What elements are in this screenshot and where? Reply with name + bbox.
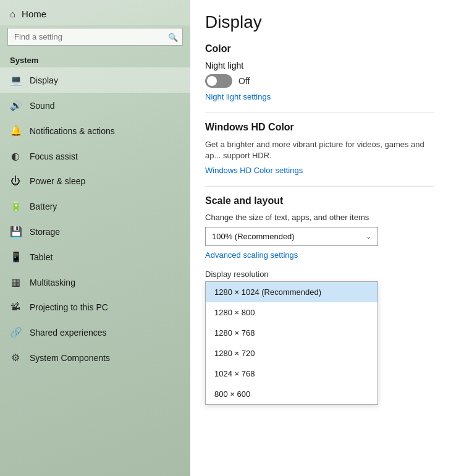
resolution-option-3[interactable]: 1280 × 720 [206,343,377,363]
sidebar-item-label: Focus assist [30,151,78,161]
tablet-icon: 📱 [10,251,21,263]
advanced-scaling-link[interactable]: Advanced scaling settings [205,250,298,260]
hd-color-heading: Windows HD Color [205,122,434,133]
notifications-icon: 🔔 [10,125,21,137]
sidebar-item-sound[interactable]: 🔊 Sound [0,93,190,118]
resolution-label: Display resolution [205,270,434,279]
sidebar-item-focus[interactable]: ◐ Focus assist [0,143,190,169]
resolution-option-5[interactable]: 800 × 600 [206,384,377,404]
sidebar-item-label: Sound [30,101,54,111]
focus-icon: ◐ [10,150,21,162]
sidebar-item-components[interactable]: ⚙ System Components [0,345,190,370]
sidebar-item-label: Battery [30,202,57,211]
sidebar-item-display[interactable]: 💻 Display [0,67,190,93]
color-heading: Color [205,43,434,54]
sidebar-item-label: Power & sleep [30,176,85,186]
multitasking-icon: ▦ [10,276,21,288]
sidebar-item-label: Display [30,75,58,85]
sidebar-item-battery[interactable]: 🔋 Battery [0,193,190,219]
scale-heading: Scale and layout [205,195,434,206]
power-icon: ⏻ [10,176,21,187]
projecting-icon: 📽 [10,302,21,313]
resolution-option-0[interactable]: 1280 × 1024 (Recommended) [206,282,377,302]
sidebar-item-multitasking[interactable]: ▦ Multitasking [0,270,190,295]
resolution-option-2[interactable]: 1280 × 768 [206,323,377,343]
resolution-section: Display resolution 1280 × 1024 (Recommen… [205,270,434,405]
sidebar: ⌂ Home 🔍 System 💻 Display 🔊 Sound 🔔 Noti… [0,0,190,476]
sidebar-item-power[interactable]: ⏻ Power & sleep [0,169,190,193]
change-size-label: Change the size of text, apps, and other… [205,213,434,222]
search-input[interactable] [7,28,183,46]
resolution-option-1[interactable]: 1280 × 800 [206,302,377,323]
sidebar-item-projecting[interactable]: 📽 Projecting to this PC [0,295,190,320]
components-icon: ⚙ [10,352,21,363]
sidebar-item-label: System Components [30,353,110,363]
shared-icon: 🔗 [10,326,21,338]
sidebar-section-label: System [0,51,190,67]
night-light-settings-link[interactable]: Night light settings [205,92,271,101]
hd-color-section: Windows HD Color Get a brighter and more… [205,122,434,175]
color-section: Color Night light Off Night light settin… [205,43,434,101]
night-light-label: Night light [205,61,243,70]
sidebar-item-notifications[interactable]: 🔔 Notifications & actions [0,118,190,143]
night-light-toggle[interactable] [205,74,232,88]
sidebar-item-label: Notifications & actions [30,126,115,136]
scale-layout-section: Scale and layout Change the size of text… [205,195,434,260]
sidebar-item-label: Projecting to this PC [30,302,108,312]
resolution-option-4[interactable]: 1024 × 768 [206,363,377,384]
sidebar-search-container: 🔍 [7,28,183,46]
sidebar-item-storage[interactable]: 💾 Storage [0,219,190,244]
home-label: Home [22,9,46,19]
sidebar-item-label: Tablet [30,252,53,262]
hd-color-description: Get a brighter and more vibrant picture … [205,139,434,161]
main-content: Display Color Night light Off Night ligh… [190,0,451,476]
storage-icon: 💾 [10,226,21,237]
sidebar-item-label: Multitasking [30,278,75,287]
resolution-dropdown: 1280 × 1024 (Recommended) 1280 × 800 128… [205,281,378,405]
divider-1 [205,113,434,113]
night-light-label-wrap: Night light [205,61,434,70]
sidebar-item-label: Storage [30,227,60,237]
sidebar-item-tablet[interactable]: 📱 Tablet [0,244,190,270]
sidebar-home[interactable]: ⌂ Home [0,0,190,25]
home-icon: ⌂ [10,9,15,19]
scale-selected-value: 100% (Recommended) [212,232,295,241]
sidebar-item-shared[interactable]: 🔗 Shared experiences [0,320,190,345]
scale-dropdown-arrow: ⌄ [366,232,371,240]
search-icon: 🔍 [168,32,178,41]
display-icon: 💻 [10,74,21,86]
toggle-knob [207,76,217,86]
scale-dropdown[interactable]: 100% (Recommended) ⌄ [205,227,378,246]
sound-icon: 🔊 [10,100,21,111]
night-light-row: Off [205,74,434,88]
hd-color-settings-link[interactable]: Windows HD Color settings [205,166,303,175]
battery-icon: 🔋 [10,200,21,212]
page-title: Display [205,12,434,32]
night-light-state: Off [238,76,250,86]
divider-2 [205,186,434,187]
sidebar-item-label: Shared experiences [30,328,107,338]
